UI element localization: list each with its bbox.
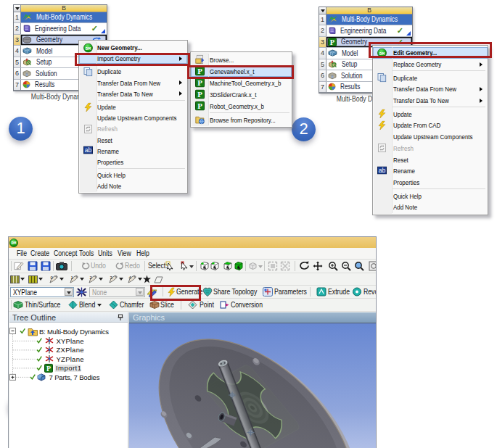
svg-text:DM: DM xyxy=(12,241,17,246)
svg-text:P: P xyxy=(197,78,202,87)
svg-text:P: P xyxy=(197,90,202,99)
svg-text:DM: DM xyxy=(85,46,91,51)
svg-text:Import1: Import1 xyxy=(56,364,81,372)
svg-text:P: P xyxy=(46,365,51,373)
svg-text:P: P xyxy=(197,101,202,110)
svg-text:ab: ab xyxy=(84,146,91,154)
svg-text:ab: ab xyxy=(378,166,385,173)
svg-text:YZPlane: YZPlane xyxy=(57,355,84,363)
svg-text:P: P xyxy=(330,38,335,46)
svg-text:ZXPlane: ZXPlane xyxy=(57,346,84,354)
svg-text:XYPlane: XYPlane xyxy=(57,337,84,345)
svg-text:7 Parts, 7 Bodies: 7 Parts, 7 Bodies xyxy=(49,373,100,381)
svg-text:B: Multi-Body Dynamics: B: Multi-Body Dynamics xyxy=(39,328,109,336)
